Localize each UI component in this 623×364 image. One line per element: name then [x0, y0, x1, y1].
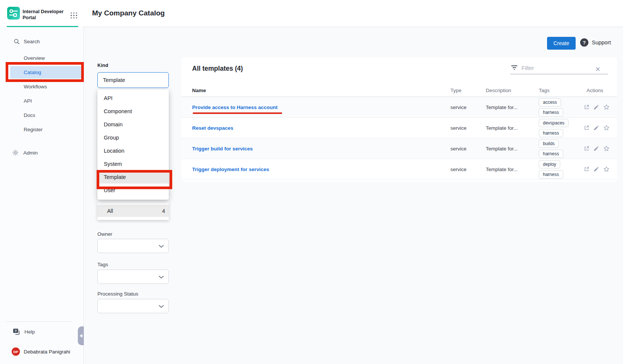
kind-option-component[interactable]: Component — [97, 105, 169, 118]
admin-label: Admin — [23, 150, 38, 156]
edit-pencil-icon[interactable] — [593, 104, 599, 110]
template-name-link[interactable]: Reset devspaces — [182, 125, 450, 131]
open-in-new-icon[interactable] — [584, 146, 590, 152]
logo-row: Internal Developer Portal — [0, 0, 84, 26]
sidebar-item-catalog[interactable]: Catalog — [0, 65, 84, 79]
tag-chip[interactable]: harness — [539, 150, 563, 158]
sidebar-item-workflows[interactable]: Workflows — [0, 79, 84, 94]
actions-cell — [582, 166, 617, 173]
tag-chip[interactable]: harness — [539, 108, 563, 117]
template-name-link[interactable]: Trigger deployment for services — [182, 167, 450, 172]
chevron-down-icon — [159, 276, 164, 279]
sidebar-item-docs[interactable]: Docs — [0, 108, 84, 122]
open-in-new-icon[interactable] — [584, 125, 590, 131]
kind-label: Kind — [97, 62, 108, 68]
table-body: Provide access to Harness account servic… — [182, 97, 617, 180]
sidebar-item-overview[interactable]: Overview — [0, 51, 84, 65]
description-cell: Template for... — [486, 105, 539, 110]
type-cell: service — [450, 125, 486, 131]
templates-card: All templates (4) ✕ Name Type Descriptio… — [182, 57, 617, 182]
sidebar-item-api[interactable]: API — [0, 94, 84, 108]
collapse-arrow-icon — [80, 334, 82, 338]
sidebar-search[interactable]: Search — [0, 35, 84, 48]
kind-dropdown-menu: API Component Domain Group Location Syst… — [97, 89, 169, 200]
processing-status-select[interactable] — [97, 299, 169, 313]
type-cell: service — [450, 105, 486, 110]
nav-label: Workflows — [24, 84, 47, 89]
app-grid-icon[interactable] — [71, 12, 77, 18]
template-name-link[interactable]: Provide access to Harness account — [182, 105, 450, 110]
star-icon[interactable] — [603, 166, 610, 173]
tags-cell: builds harness — [539, 140, 582, 158]
processing-status-label: Processing Status — [97, 291, 138, 297]
owner-select[interactable] — [97, 239, 169, 253]
owner-label: Owner — [97, 231, 112, 237]
kind-option-api[interactable]: API — [97, 91, 169, 105]
clear-filter-icon[interactable]: ✕ — [595, 65, 600, 73]
gear-icon — [12, 149, 19, 156]
sidebar-divider — [6, 322, 72, 322]
kind-count-all-row[interactable]: All 4 — [97, 205, 169, 217]
tags-cell: deploy harness — [539, 160, 582, 179]
tag-chip[interactable]: harness — [539, 129, 563, 137]
filter-input[interactable] — [521, 65, 597, 71]
description-cell: Template for... — [486, 125, 539, 131]
tag-chip[interactable]: harness — [539, 170, 563, 179]
table-row: Trigger deployment for services service … — [182, 159, 617, 180]
kind-option-template[interactable]: Template — [97, 170, 169, 184]
open-in-new-icon[interactable] — [584, 166, 590, 172]
filter-icon — [511, 65, 518, 70]
kind-counts-card: All 4 — [97, 202, 169, 220]
type-cell: service — [450, 167, 486, 172]
table-header-row: Name Type Description Tags Actions — [182, 84, 617, 97]
search-label: Search — [24, 39, 40, 44]
create-button[interactable]: Create — [547, 37, 576, 50]
template-name-link[interactable]: Trigger build for services — [182, 146, 450, 152]
tag-chip[interactable]: access — [539, 98, 561, 106]
accent-rule — [7, 26, 78, 27]
column-header-tags: Tags — [539, 88, 582, 93]
user-menu[interactable]: DP Debabrata Panigrahi — [0, 346, 84, 357]
tags-label: Tags — [97, 262, 108, 267]
sidebar-item-register[interactable]: Register — [0, 122, 84, 136]
star-icon[interactable] — [603, 124, 610, 131]
open-in-new-icon[interactable] — [584, 104, 590, 110]
templates-card-title: All templates (4) — [192, 65, 243, 73]
chevron-down-icon — [159, 245, 164, 248]
edit-pencil-icon[interactable] — [593, 166, 599, 172]
svg-text:?: ? — [15, 329, 17, 333]
help-button[interactable]: ? Help — [0, 327, 84, 337]
portal-logo-icon — [7, 7, 20, 21]
kind-option-domain[interactable]: Domain — [97, 118, 169, 131]
table-row: Trigger build for services service Templ… — [182, 138, 617, 159]
tag-chip[interactable]: deploy — [539, 160, 560, 168]
tag-chip[interactable]: builds — [539, 140, 559, 148]
kind-option-system[interactable]: System — [97, 157, 169, 170]
actions-cell — [582, 145, 617, 152]
search-icon — [14, 38, 20, 45]
star-icon[interactable] — [603, 104, 610, 111]
kind-option-location[interactable]: Location — [97, 144, 169, 157]
kind-select[interactable]: Template — [97, 72, 169, 88]
user-name: Debabrata Panigrahi — [24, 349, 70, 355]
edit-pencil-icon[interactable] — [593, 125, 599, 131]
avatar: DP — [12, 347, 20, 356]
type-cell: service — [450, 146, 486, 152]
sidebar-collapse-handle[interactable] — [78, 326, 84, 345]
tag-chip[interactable]: devspaces — [539, 119, 568, 127]
tags-select[interactable] — [97, 270, 169, 284]
support-label: Support — [592, 39, 611, 46]
actions-cell — [582, 124, 617, 131]
kind-option-user[interactable]: User — [97, 184, 169, 197]
nav-label: Catalog — [24, 70, 41, 75]
table-filter — [510, 62, 608, 74]
kind-option-group[interactable]: Group — [97, 131, 169, 144]
edit-pencil-icon[interactable] — [593, 146, 599, 152]
chevron-down-icon — [159, 305, 164, 308]
star-icon[interactable] — [603, 145, 610, 152]
all-count: 4 — [162, 208, 165, 214]
nav-label: Register — [24, 127, 42, 132]
sidebar: Internal Developer Portal Search Overvie… — [0, 0, 84, 364]
support-button[interactable]: ? Support — [580, 38, 611, 47]
sidebar-item-admin[interactable]: Admin — [0, 146, 84, 159]
